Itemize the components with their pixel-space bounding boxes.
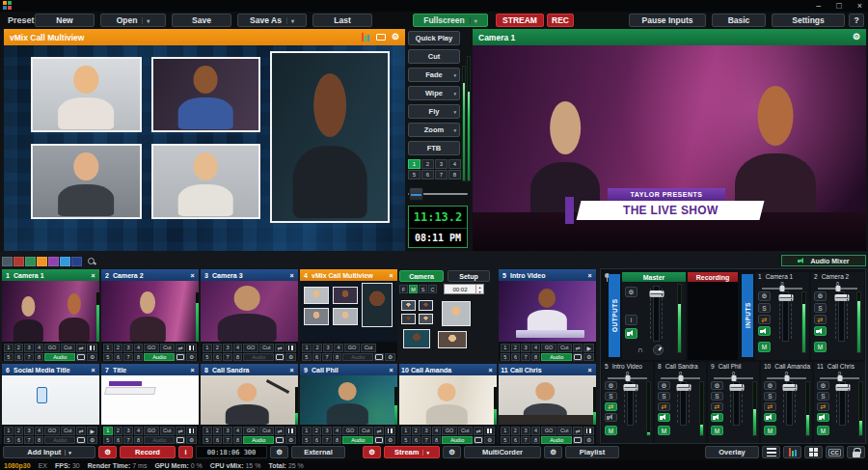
- overlay-number-button[interactable]: 3: [435, 159, 448, 169]
- category-swatch[interactable]: [25, 257, 36, 266]
- input-thumbnail[interactable]: [399, 375, 497, 425]
- audio-button[interactable]: Audio: [144, 436, 174, 445]
- overlay-5-button[interactable]: 5: [4, 436, 14, 445]
- cut-button[interactable]: Cut: [557, 427, 572, 435]
- pan-slider[interactable]: 0: [761, 371, 812, 381]
- chevron-down-icon[interactable]: ▾: [286, 17, 294, 24]
- pan-handle[interactable]: [780, 286, 785, 291]
- input-thumbnail[interactable]: [499, 375, 596, 425]
- monitor-icon[interactable]: [374, 353, 385, 362]
- add-input-button[interactable]: Add Input▾: [3, 446, 95, 458]
- gear-icon[interactable]: ⚙: [285, 353, 296, 362]
- search-icon[interactable]: [87, 257, 96, 266]
- stream-toggle-button[interactable]: STREAM: [496, 14, 544, 27]
- gear-icon[interactable]: ⚙: [853, 33, 860, 41]
- overlay-4-button[interactable]: 4: [333, 427, 342, 435]
- overlay-8-button[interactable]: 8: [35, 353, 44, 362]
- overlay-7-button[interactable]: 7: [123, 436, 133, 445]
- loop-icon[interactable]: ⇄: [76, 344, 87, 352]
- overlay-4-button[interactable]: 4: [35, 427, 44, 435]
- go-button[interactable]: GO: [243, 427, 258, 435]
- close-icon[interactable]: ×: [583, 272, 596, 279]
- speaker-icon[interactable]: [764, 413, 776, 422]
- overlay-number-button[interactable]: 2: [421, 159, 434, 169]
- overlay-5-button[interactable]: 5: [103, 353, 113, 362]
- audio-button[interactable]: Audio: [144, 353, 174, 362]
- audio-button[interactable]: Audio: [541, 353, 571, 362]
- audio-button[interactable]: Audio: [541, 436, 571, 445]
- zoom-button[interactable]: Zoom▾: [408, 123, 460, 137]
- gear-icon[interactable]: ⚙: [583, 436, 594, 445]
- monitor-icon[interactable]: [275, 436, 285, 445]
- overlay-4-button[interactable]: 4: [531, 427, 541, 435]
- overlay-4-button[interactable]: 4: [134, 427, 144, 435]
- preview-video[interactable]: [4, 45, 405, 251]
- go-button[interactable]: GO: [541, 344, 556, 352]
- loop-icon[interactable]: ⇄: [176, 427, 186, 435]
- pause-icon[interactable]: [87, 344, 97, 352]
- gear-icon[interactable]: ⚙: [758, 291, 771, 301]
- overlay-1-button[interactable]: 1: [302, 344, 312, 352]
- pan-slider[interactable]: 0: [814, 371, 865, 381]
- outputs-tab[interactable]: OUTPUTS: [609, 274, 620, 357]
- overlay-8-button[interactable]: 8: [134, 353, 144, 362]
- monitor-knob[interactable]: [653, 345, 664, 355]
- monitor-icon[interactable]: [176, 436, 186, 445]
- input-header[interactable]: 4vMix Call Multiview×: [300, 269, 397, 281]
- mute-button[interactable]: M: [817, 426, 829, 435]
- fader-handle[interactable]: [835, 384, 850, 391]
- category-swatch[interactable]: [71, 257, 82, 266]
- last-button[interactable]: Last: [312, 14, 372, 27]
- volume-fader[interactable]: [838, 291, 845, 342]
- playlist-button[interactable]: Playlist: [565, 446, 619, 458]
- overlay-5-button[interactable]: 5: [302, 353, 312, 362]
- chevron-down-icon[interactable]: ▾: [453, 91, 456, 97]
- gear-icon[interactable]: ⚙: [583, 353, 594, 362]
- grid-view-icon[interactable]: [804, 446, 823, 458]
- input-thumbnail[interactable]: [300, 281, 397, 342]
- overlay-3-button[interactable]: 3: [223, 344, 232, 352]
- cut-button[interactable]: Cut: [359, 427, 373, 435]
- overlay-8-button[interactable]: 8: [35, 436, 44, 445]
- setup-button[interactable]: Setup: [448, 270, 490, 282]
- maximize-icon[interactable]: □: [836, 0, 841, 12]
- overlay-3-button[interactable]: 3: [323, 344, 333, 352]
- loop-icon[interactable]: ⇄: [176, 344, 186, 352]
- overlay-4-button[interactable]: 4: [134, 344, 144, 352]
- wipe-button[interactable]: Wipe▾: [408, 86, 460, 100]
- overlay-7-button[interactable]: 7: [521, 353, 530, 362]
- gear-icon[interactable]: ⚙: [385, 353, 395, 362]
- new-button[interactable]: New: [35, 14, 95, 27]
- speaker-icon[interactable]: [814, 326, 827, 336]
- overlay-7-button[interactable]: 7: [24, 353, 34, 362]
- speaker-icon[interactable]: [658, 413, 670, 422]
- pause-icon[interactable]: [285, 427, 296, 435]
- overlay-number-button[interactable]: 4: [448, 159, 461, 169]
- fly-button[interactable]: Fly▾: [408, 104, 460, 119]
- bus-routing-icon[interactable]: ⇄: [711, 402, 723, 411]
- monitor-icon[interactable]: [275, 353, 285, 362]
- mute-button[interactable]: M: [758, 342, 771, 352]
- transition-tbar[interactable]: [408, 187, 468, 201]
- overlay-5-button[interactable]: 5: [501, 353, 510, 362]
- input-header[interactable]: 2Camera 2×: [101, 269, 199, 281]
- close-icon[interactable]: ×: [857, 0, 862, 12]
- overlay-3-button[interactable]: 3: [123, 344, 133, 352]
- overlay-1-button[interactable]: 1: [103, 344, 113, 352]
- mute-button[interactable]: M: [764, 426, 776, 435]
- rec-toggle-button[interactable]: REC: [547, 14, 574, 27]
- overlay-3-button[interactable]: 3: [123, 427, 133, 435]
- overlay-7-button[interactable]: 7: [223, 353, 232, 362]
- overlay-3-button[interactable]: 3: [521, 344, 530, 352]
- input-thumbnail[interactable]: [201, 281, 298, 342]
- solo-button[interactable]: S: [605, 392, 617, 401]
- volume-fader[interactable]: [627, 381, 634, 426]
- ftb-button[interactable]: FTB: [408, 141, 460, 155]
- mode-s-button[interactable]: S: [419, 285, 427, 293]
- overlay-1-button[interactable]: 1: [401, 427, 411, 435]
- go-button[interactable]: GO: [243, 344, 258, 352]
- overlay-8-button[interactable]: 8: [531, 353, 541, 362]
- overlay-number-button[interactable]: 7: [435, 170, 448, 180]
- overlay-4-button[interactable]: 4: [334, 344, 343, 352]
- go-button[interactable]: GO: [44, 344, 59, 352]
